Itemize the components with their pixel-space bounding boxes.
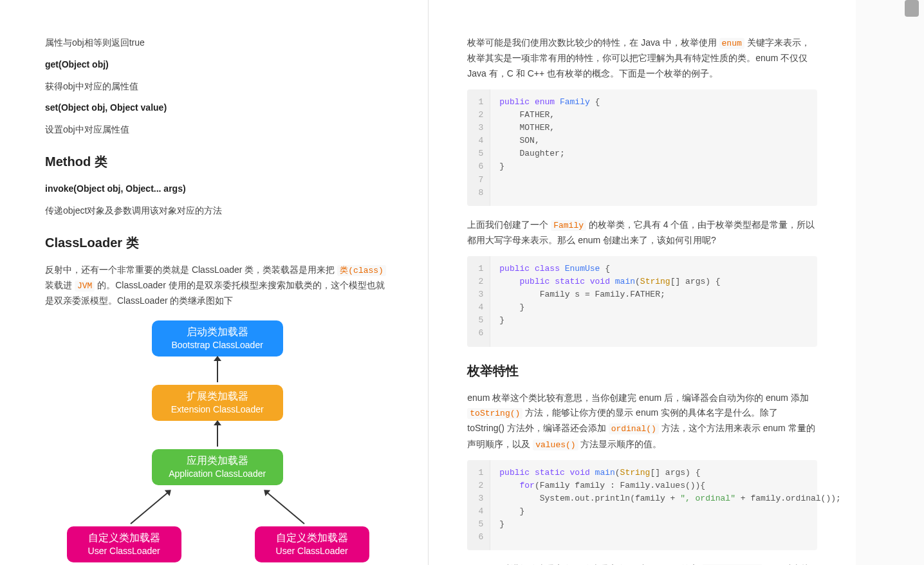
classloader-diagram: 启动类加载器 Bootstrap ClassLoader 扩展类加载器 Exte… xyxy=(57,320,378,565)
extension-box: 扩展类加载器 Extension ClassLoader xyxy=(152,385,283,421)
family-para: 上面我们创建了一个 Family 的枚举类，它具有 4 个值，由于枚举类型都是常… xyxy=(467,218,817,248)
values-code: values() xyxy=(533,440,578,450)
user1-cn: 自定义类加载器 xyxy=(75,531,174,545)
code-line: Daughter; xyxy=(499,147,808,160)
enum-intro: 枚举可能是我们使用次数比较少的特性，在 Java 中，枚举使用 enum 关键字… xyxy=(467,35,817,82)
txt: + family.ordinal()); xyxy=(735,494,841,503)
classloader-heading: ClassLoader 类 xyxy=(45,232,389,254)
enum-intro-1: 枚举可能是我们使用次数比较少的特性，在 Java 中，枚举使用 xyxy=(467,37,719,48)
txt: (Family family : Family.values()){ xyxy=(535,481,705,490)
family-text-1: 上面我们创建了一个 xyxy=(467,219,551,230)
application-box: 应用类加载器 Application ClassLoader xyxy=(152,449,283,485)
cl-inline-code-jvm: JVM xyxy=(75,281,95,292)
scrollbar-track[interactable] xyxy=(856,0,924,565)
kw: static xyxy=(535,468,565,477)
txt: { xyxy=(600,264,610,273)
arrow-app-ext xyxy=(217,425,218,447)
fn: main xyxy=(615,277,635,286)
right-column: 枚举可能是我们使用次数比较少的特性，在 Java 中，枚举使用 enum 关键字… xyxy=(429,0,855,565)
cl-text-1: 反射中，还有一个非常重要的类就是 ClassLoader 类，类装载器是用来把 xyxy=(45,264,337,275)
cls: EnumUse xyxy=(565,264,600,273)
code-line: } xyxy=(499,505,841,518)
code-block-family-enum: 12345678 public enum Family { FATHER, MO… xyxy=(467,89,817,206)
kw: public xyxy=(520,277,550,286)
bootstrap-en: Bootstrap ClassLoader xyxy=(160,339,275,351)
kw: public xyxy=(499,264,530,273)
kw: for xyxy=(520,481,535,490)
kw: enum xyxy=(535,97,555,107)
line-numbers: 12345678 xyxy=(467,89,490,206)
kw: void xyxy=(570,468,590,477)
code-line: SON, xyxy=(499,134,808,147)
cl-text-2: 装载进 xyxy=(45,280,75,290)
line-numbers: 123456 xyxy=(467,256,490,347)
cl-text-3: 的。ClassLoader 使用的是双亲委托模型来搜索加载类的，这个模型也就是双… xyxy=(45,280,385,306)
set-method-desc: 设置obj中对应属性值 xyxy=(45,122,389,138)
invoke-desc: 传递object对象及参数调用该对象对应的方法 xyxy=(45,203,389,219)
enum-feature-para: enum 枚举这个类比较有意思，当你创建完 enum 后，编译器会自动为你的 e… xyxy=(467,391,817,452)
txt: ( xyxy=(615,468,620,477)
code-content: public class EnumUse { public static voi… xyxy=(490,256,817,347)
family-inline-code: Family xyxy=(551,220,586,231)
code-line: Family s = Family.FATHER; xyxy=(499,288,808,301)
kw: public xyxy=(499,97,530,107)
enum-inline-code: enum xyxy=(719,38,744,49)
line-numbers: 123456 xyxy=(467,460,490,551)
txt: 方法显示顺序的值。 xyxy=(578,439,662,449)
kw: static xyxy=(555,277,585,286)
fn: main xyxy=(595,468,615,477)
user2-cn: 自定义类加载器 xyxy=(263,531,362,545)
txt: { xyxy=(590,97,600,107)
code-content: public enum Family { FATHER, MOTHER, SON… xyxy=(490,89,817,206)
code-line: } xyxy=(499,314,808,327)
user2-en: User ClassLoader xyxy=(263,545,362,557)
txt xyxy=(499,277,519,286)
code-block-enumuse: 123456 public class EnumUse { public sta… xyxy=(467,256,817,347)
field-equals-text: 属性与obj相等则返回true xyxy=(45,35,389,51)
code-line: } xyxy=(499,160,808,173)
ordinal-code: ordinal() xyxy=(609,423,659,434)
kw: public xyxy=(499,468,530,477)
kw: class xyxy=(535,264,560,273)
txt: System.out.println(family + xyxy=(499,494,680,503)
method-class-heading: Method 类 xyxy=(45,151,389,172)
cl-inline-code-class: 类(class) xyxy=(337,265,386,276)
page-container: 属性与obj相等则返回true get(Object obj) 获得obj中对应… xyxy=(0,0,924,565)
user1-en: User ClassLoader xyxy=(75,545,174,557)
left-column: 属性与obj相等则返回true get(Object obj) 获得obj中对应… xyxy=(0,0,429,565)
arrow-user1-app xyxy=(130,490,171,524)
txt: [] args) { xyxy=(670,277,721,286)
static-import-para: enum 可以进行静态导入包，静态导入包可以做到不用输入 枚举类名.常量 ，可以… xyxy=(467,562,817,565)
type: String xyxy=(640,277,670,286)
user2-box: 自定义类加载器 User ClassLoader xyxy=(255,526,369,562)
tostring-code: toString() xyxy=(467,408,522,419)
code-line: FATHER, xyxy=(499,109,808,122)
bootstrap-box: 启动类加载器 Bootstrap ClassLoader xyxy=(152,320,283,357)
txt: enum 枚举这个类比较有意思，当你创建完 enum 后，编译器会自动为你的 e… xyxy=(467,393,809,403)
bootstrap-cn: 启动类加载器 xyxy=(160,325,275,339)
type: String xyxy=(620,468,651,477)
enum-feature-heading: 枚举特性 xyxy=(467,360,817,382)
scrollbar-thumb[interactable] xyxy=(905,0,919,17)
application-cn: 应用类加载器 xyxy=(160,454,275,468)
txt: [] args) { xyxy=(650,468,700,477)
arrow-user2-app xyxy=(264,490,305,524)
str: ", ordinal" xyxy=(680,494,735,503)
code-line: MOTHER, xyxy=(499,122,808,134)
classloader-desc: 反射中，还有一个非常重要的类就是 ClassLoader 类，类装载器是用来把 … xyxy=(45,263,389,309)
txt: ( xyxy=(635,277,640,286)
code-line: } xyxy=(499,518,841,531)
extension-cn: 扩展类加载器 xyxy=(160,389,275,403)
txt xyxy=(499,481,519,490)
arrow-ext-boot xyxy=(217,360,218,382)
user1-box: 自定义类加载器 User ClassLoader xyxy=(67,526,181,562)
get-method-desc: 获得obj中对应的属性值 xyxy=(45,79,389,95)
kw: void xyxy=(590,277,610,286)
cls: Family xyxy=(560,97,590,107)
extension-en: Extension ClassLoader xyxy=(160,403,275,416)
get-method-sig: get(Object obj) xyxy=(45,57,389,73)
set-method-sig: set(Object obj, Object value) xyxy=(45,100,389,116)
code-block-main-for: 123456 public static void main(String[] … xyxy=(467,460,817,551)
application-en: Application ClassLoader xyxy=(160,468,275,480)
code-line: } xyxy=(499,301,808,314)
